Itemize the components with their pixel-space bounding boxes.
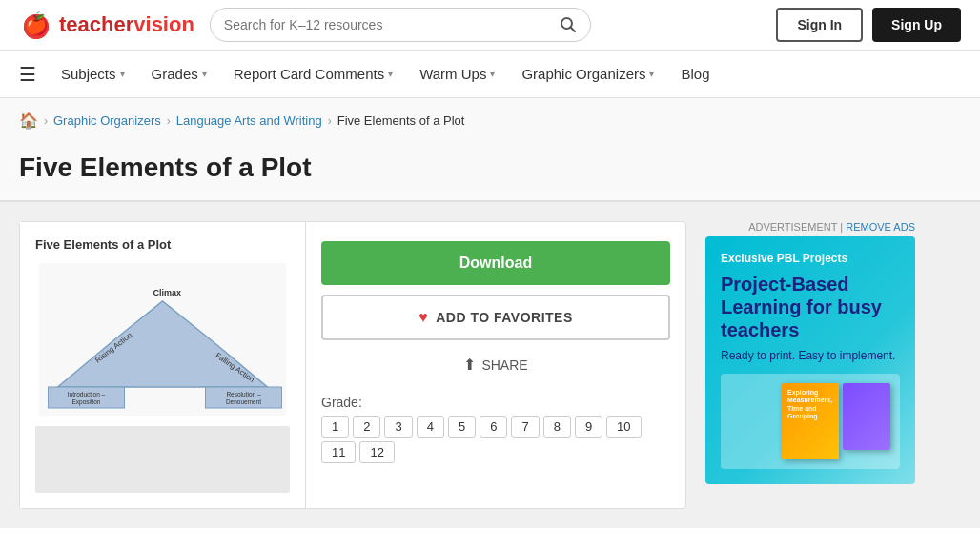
nav-label-grades: Grades (152, 66, 198, 82)
nav-item-grades[interactable]: Grades ▾ (138, 51, 220, 97)
page-title: Five Elements of a Plot (19, 153, 961, 183)
ad-subtext: Ready to print. Easy to implement. (721, 349, 900, 362)
ad-box: Exclusive PBL Projects Project-Based Lea… (705, 236, 915, 484)
nav-item-warm-ups[interactable]: Warm Ups ▾ (406, 51, 508, 97)
nav-label-blog: Blog (681, 66, 709, 82)
ad-book-title: Exploring Measurement, Time and Grouping (787, 389, 833, 421)
grade-pill-2[interactable]: 2 (353, 416, 380, 438)
search-icon (560, 16, 577, 33)
grade-section: Grade: 1 2 3 4 5 6 7 8 9 10 11 12 (321, 395, 670, 463)
breadcrumb-current: Five Elements of a Plot (337, 113, 465, 128)
grade-pills-row2: 11 12 (321, 441, 670, 463)
add-to-favorites-button[interactable]: ♥ ADD TO FAVORITES (321, 295, 670, 340)
ad-book-image: Exploring Measurement, Time and Grouping (782, 383, 839, 459)
breadcrumb: 🏠 › Graphic Organizers › Language Arts a… (0, 98, 980, 139)
chevron-down-icon: ▾ (120, 69, 125, 79)
grade-pill-7[interactable]: 7 (511, 416, 539, 438)
grade-pill-4[interactable]: 4 (417, 416, 444, 438)
ad-panel: ADVERTISEMENT | REMOVE ADS Exclusive PBL… (705, 221, 915, 509)
search-input[interactable] (224, 17, 552, 32)
remove-ads-link[interactable]: REMOVE ADS (846, 221, 915, 233)
chevron-down-icon: ▾ (490, 69, 495, 79)
grade-label: Grade: (321, 395, 670, 410)
chevron-down-icon: ▾ (388, 69, 393, 79)
main-content: Five Elements of a Plot Rising Action Fa… (0, 202, 980, 528)
search-bar (210, 8, 591, 42)
grade-pill-11[interactable]: 11 (321, 441, 356, 463)
nav-label-report-card: Report Card Comments (234, 66, 384, 82)
nav-item-report-card-comments[interactable]: Report Card Comments ▾ (220, 51, 406, 97)
preview-title: Five Elements of a Plot (35, 237, 290, 252)
grade-pill-10[interactable]: 10 (606, 416, 641, 438)
breadcrumb-graphic-organizers[interactable]: Graphic Organizers (53, 113, 161, 128)
ad-headline: Project-Based Learning for busy teachers (721, 273, 900, 341)
search-button[interactable] (560, 16, 577, 33)
logo: 🍎 teachervision (19, 8, 194, 42)
logo-apple-icon: 🍎 (19, 8, 53, 42)
svg-text:Denouement: Denouement (226, 398, 261, 405)
grade-pill-9[interactable]: 9 (575, 416, 602, 438)
svg-text:Resolution –: Resolution – (226, 391, 261, 398)
breadcrumb-separator: › (328, 114, 332, 128)
breadcrumb-home[interactable]: 🏠 (19, 112, 38, 130)
ad-exclusive-label: Exclusive PBL Projects (721, 252, 900, 265)
svg-text:🍎: 🍎 (25, 13, 49, 36)
hamburger-menu-button[interactable]: ☰ (19, 51, 48, 97)
grade-pill-1[interactable]: 1 (321, 416, 349, 438)
auth-buttons: Sign In Sign Up (776, 8, 961, 42)
ad-label: ADVERTISEMENT | REMOVE ADS (705, 221, 915, 233)
chevron-down-icon: ▾ (649, 69, 654, 79)
breadcrumb-separator: › (167, 114, 171, 128)
grade-pill-3[interactable]: 3 (384, 416, 412, 438)
header: 🍎 teachervision Sign In Sign Up (0, 0, 980, 51)
nav-item-subjects[interactable]: Subjects ▾ (48, 51, 138, 97)
share-button[interactable]: ⬆ SHARE (321, 350, 670, 379)
preview-additional (35, 426, 290, 493)
ad-image: Exploring Measurement, Time and Grouping (721, 374, 900, 469)
svg-text:Introduction –: Introduction – (68, 391, 106, 398)
grade-pill-8[interactable]: 8 (543, 416, 571, 438)
plot-diagram: Rising Action Falling Action Climax Intr… (35, 263, 290, 416)
share-label: SHARE (481, 357, 527, 373)
logo-text: teachervision (59, 12, 194, 37)
breadcrumb-separator: › (44, 114, 48, 128)
signin-button[interactable]: Sign In (776, 8, 863, 42)
heart-icon: ♥ (419, 309, 428, 326)
breadcrumb-language-arts[interactable]: Language Arts and Writing (176, 113, 322, 128)
ad-second-book (843, 383, 890, 450)
action-panel: Download ♥ ADD TO FAVORITES ⬆ SHARE Grad… (306, 222, 685, 508)
page-title-area: Five Elements of a Plot (0, 139, 980, 201)
grade-pills-row1: 1 2 3 4 5 6 7 8 9 10 (321, 416, 670, 438)
svg-line-5 (570, 28, 575, 32)
nav-item-blog[interactable]: Blog (667, 51, 723, 97)
favorites-label: ADD TO FAVORITES (436, 310, 573, 325)
chevron-down-icon: ▾ (202, 69, 207, 79)
nav-label-warm-ups: Warm Ups (419, 66, 486, 82)
advertisement-text: ADVERTISEMENT (748, 221, 837, 233)
download-button[interactable]: Download (321, 241, 670, 285)
nav-label-graphic-organizers: Graphic Organizers (521, 66, 645, 82)
grade-pill-5[interactable]: 5 (448, 416, 476, 438)
grade-pill-12[interactable]: 12 (359, 441, 394, 463)
nav-label-subjects: Subjects (61, 66, 116, 82)
logo-vision: vision (133, 12, 194, 36)
nav-item-graphic-organizers[interactable]: Graphic Organizers ▾ (508, 51, 667, 97)
svg-text:Climax: Climax (153, 288, 182, 297)
svg-text:Exposition: Exposition (72, 398, 101, 406)
logo-teacher: teacher (59, 12, 133, 36)
share-icon: ⬆ (463, 356, 476, 374)
main-nav: ☰ Subjects ▾ Grades ▾ Report Card Commen… (0, 51, 980, 98)
content-panel: Five Elements of a Plot Rising Action Fa… (19, 221, 686, 509)
preview-area: Five Elements of a Plot Rising Action Fa… (20, 222, 306, 508)
grade-pill-6[interactable]: 6 (480, 416, 507, 438)
signup-button[interactable]: Sign Up (872, 8, 961, 42)
